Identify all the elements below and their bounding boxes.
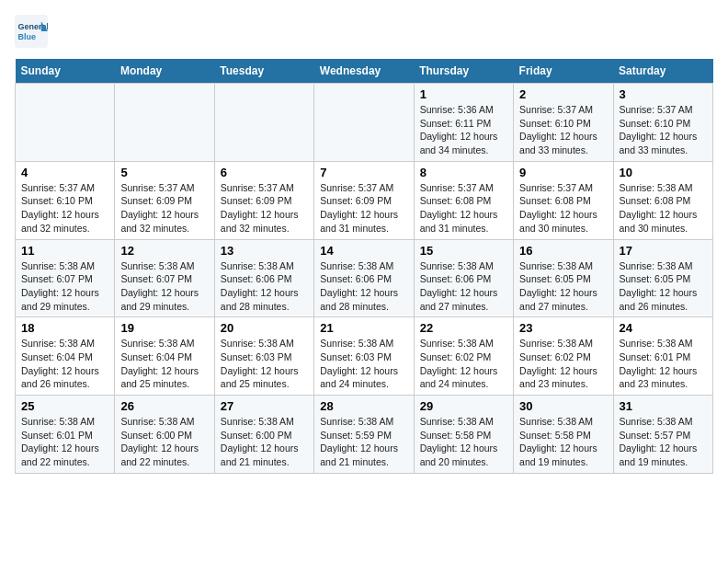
calendar-cell: 12Sunrise: 5:38 AMSunset: 6:07 PMDayligh… bbox=[115, 239, 214, 317]
day-info: Sunrise: 5:38 AMSunset: 6:07 PMDaylight:… bbox=[120, 259, 208, 314]
day-info: Sunrise: 5:37 AMSunset: 6:09 PMDaylight:… bbox=[120, 181, 208, 236]
calendar-cell: 26Sunrise: 5:38 AMSunset: 6:00 PMDayligh… bbox=[115, 396, 214, 474]
day-info: Sunrise: 5:38 AMSunset: 6:02 PMDaylight:… bbox=[519, 337, 607, 391]
day-info: Sunrise: 5:38 AMSunset: 6:01 PMDaylight:… bbox=[21, 415, 108, 469]
calendar-cell: 22Sunrise: 5:38 AMSunset: 6:02 PMDayligh… bbox=[414, 317, 513, 396]
day-number: 9 bbox=[519, 166, 607, 179]
day-number: 5 bbox=[120, 166, 208, 179]
day-info: Sunrise: 5:38 AMSunset: 6:05 PMDaylight:… bbox=[620, 259, 707, 314]
day-info: Sunrise: 5:38 AMSunset: 6:00 PMDaylight:… bbox=[221, 415, 308, 469]
calendar-cell: 9Sunrise: 5:37 AMSunset: 6:08 PMDaylight… bbox=[514, 161, 613, 239]
day-number: 1 bbox=[420, 87, 507, 101]
day-info: Sunrise: 5:38 AMSunset: 6:08 PMDaylight:… bbox=[620, 181, 707, 236]
day-info: Sunrise: 5:38 AMSunset: 6:00 PMDaylight:… bbox=[120, 415, 208, 469]
calendar-cell: 27Sunrise: 5:38 AMSunset: 6:00 PMDayligh… bbox=[214, 396, 313, 474]
weekday-header-sunday: Sunday bbox=[16, 59, 115, 84]
day-info: Sunrise: 5:38 AMSunset: 6:06 PMDaylight:… bbox=[420, 259, 507, 314]
day-number: 3 bbox=[620, 87, 707, 101]
day-number: 20 bbox=[221, 321, 308, 335]
calendar-cell: 31Sunrise: 5:38 AMSunset: 5:57 PMDayligh… bbox=[613, 396, 712, 474]
day-info: Sunrise: 5:38 AMSunset: 5:58 PMDaylight:… bbox=[519, 415, 607, 469]
calendar-cell: 5Sunrise: 5:37 AMSunset: 6:09 PMDaylight… bbox=[115, 161, 214, 239]
calendar-cell: 10Sunrise: 5:38 AMSunset: 6:08 PMDayligh… bbox=[613, 161, 712, 239]
day-number: 15 bbox=[420, 244, 507, 258]
day-info: Sunrise: 5:38 AMSunset: 5:58 PMDaylight:… bbox=[420, 415, 507, 469]
calendar-week-2: 4Sunrise: 5:37 AMSunset: 6:10 PMDaylight… bbox=[16, 161, 713, 239]
day-number: 2 bbox=[519, 87, 607, 101]
calendar-week-3: 11Sunrise: 5:38 AMSunset: 6:07 PMDayligh… bbox=[16, 239, 713, 317]
calendar-table: SundayMondayTuesdayWednesdayThursdayFrid… bbox=[15, 59, 713, 474]
day-info: Sunrise: 5:38 AMSunset: 6:04 PMDaylight:… bbox=[21, 337, 108, 391]
calendar-cell: 15Sunrise: 5:38 AMSunset: 6:06 PMDayligh… bbox=[414, 239, 513, 317]
weekday-header-wednesday: Wednesday bbox=[314, 59, 414, 84]
day-number: 19 bbox=[120, 321, 208, 335]
day-info: Sunrise: 5:38 AMSunset: 6:03 PMDaylight:… bbox=[320, 337, 407, 391]
day-info: Sunrise: 5:38 AMSunset: 6:07 PMDaylight:… bbox=[21, 259, 108, 314]
calendar-cell: 29Sunrise: 5:38 AMSunset: 5:58 PMDayligh… bbox=[414, 396, 513, 474]
day-number: 25 bbox=[21, 399, 108, 413]
day-number: 14 bbox=[320, 244, 407, 258]
calendar-cell: 1Sunrise: 5:36 AMSunset: 6:11 PMDaylight… bbox=[414, 84, 513, 162]
day-info: Sunrise: 5:36 AMSunset: 6:11 PMDaylight:… bbox=[420, 103, 507, 157]
day-number: 7 bbox=[320, 166, 407, 179]
calendar-cell: 7Sunrise: 5:37 AMSunset: 6:09 PMDaylight… bbox=[314, 161, 414, 239]
calendar-week-5: 25Sunrise: 5:38 AMSunset: 6:01 PMDayligh… bbox=[16, 396, 713, 474]
day-info: Sunrise: 5:37 AMSunset: 6:10 PMDaylight:… bbox=[21, 181, 108, 236]
day-number: 22 bbox=[420, 321, 507, 335]
weekday-header-tuesday: Tuesday bbox=[214, 59, 313, 84]
calendar-cell: 14Sunrise: 5:38 AMSunset: 6:06 PMDayligh… bbox=[314, 239, 414, 317]
logo-icon: General Blue bbox=[15, 15, 48, 48]
weekday-header-thursday: Thursday bbox=[414, 59, 513, 84]
day-info: Sunrise: 5:38 AMSunset: 6:01 PMDaylight:… bbox=[620, 337, 707, 391]
day-number: 23 bbox=[519, 321, 607, 335]
logo: General Blue bbox=[15, 15, 51, 48]
day-number: 21 bbox=[320, 321, 407, 335]
day-number: 26 bbox=[120, 399, 208, 413]
calendar-cell: 21Sunrise: 5:38 AMSunset: 6:03 PMDayligh… bbox=[314, 317, 414, 396]
day-number: 31 bbox=[620, 399, 707, 413]
calendar-cell: 18Sunrise: 5:38 AMSunset: 6:04 PMDayligh… bbox=[16, 317, 115, 396]
day-number: 30 bbox=[519, 399, 607, 413]
day-number: 17 bbox=[620, 244, 707, 258]
calendar-cell: 3Sunrise: 5:37 AMSunset: 6:10 PMDaylight… bbox=[613, 84, 712, 162]
calendar-cell: 11Sunrise: 5:38 AMSunset: 6:07 PMDayligh… bbox=[16, 239, 115, 317]
calendar-cell: 6Sunrise: 5:37 AMSunset: 6:09 PMDaylight… bbox=[214, 161, 313, 239]
calendar-cell bbox=[115, 84, 214, 162]
calendar-cell: 30Sunrise: 5:38 AMSunset: 5:58 PMDayligh… bbox=[514, 396, 613, 474]
day-number: 4 bbox=[21, 166, 108, 179]
calendar-cell: 4Sunrise: 5:37 AMSunset: 6:10 PMDaylight… bbox=[16, 161, 115, 239]
calendar-cell: 2Sunrise: 5:37 AMSunset: 6:10 PMDaylight… bbox=[514, 84, 613, 162]
calendar-cell: 25Sunrise: 5:38 AMSunset: 6:01 PMDayligh… bbox=[16, 396, 115, 474]
day-info: Sunrise: 5:38 AMSunset: 6:06 PMDaylight:… bbox=[221, 259, 308, 314]
day-info: Sunrise: 5:37 AMSunset: 6:09 PMDaylight:… bbox=[221, 181, 308, 236]
page-header: General Blue bbox=[15, 15, 713, 48]
calendar-cell: 19Sunrise: 5:38 AMSunset: 6:04 PMDayligh… bbox=[115, 317, 214, 396]
day-info: Sunrise: 5:38 AMSunset: 6:06 PMDaylight:… bbox=[320, 259, 407, 314]
calendar-cell: 8Sunrise: 5:37 AMSunset: 6:08 PMDaylight… bbox=[414, 161, 513, 239]
day-number: 8 bbox=[420, 166, 507, 179]
calendar-cell bbox=[314, 84, 414, 162]
day-info: Sunrise: 5:37 AMSunset: 6:08 PMDaylight:… bbox=[420, 181, 507, 236]
day-number: 12 bbox=[120, 244, 208, 258]
day-info: Sunrise: 5:38 AMSunset: 6:04 PMDaylight:… bbox=[120, 337, 208, 391]
calendar-cell bbox=[214, 84, 313, 162]
day-info: Sunrise: 5:37 AMSunset: 6:10 PMDaylight:… bbox=[519, 103, 607, 157]
day-number: 6 bbox=[221, 166, 308, 179]
day-info: Sunrise: 5:38 AMSunset: 6:03 PMDaylight:… bbox=[221, 337, 308, 391]
calendar-cell: 28Sunrise: 5:38 AMSunset: 5:59 PMDayligh… bbox=[314, 396, 414, 474]
calendar-week-4: 18Sunrise: 5:38 AMSunset: 6:04 PMDayligh… bbox=[16, 317, 713, 396]
day-info: Sunrise: 5:38 AMSunset: 5:57 PMDaylight:… bbox=[620, 415, 707, 469]
calendar-cell: 17Sunrise: 5:38 AMSunset: 6:05 PMDayligh… bbox=[613, 239, 712, 317]
calendar-cell: 20Sunrise: 5:38 AMSunset: 6:03 PMDayligh… bbox=[214, 317, 313, 396]
day-number: 29 bbox=[420, 399, 507, 413]
calendar-cell: 23Sunrise: 5:38 AMSunset: 6:02 PMDayligh… bbox=[514, 317, 613, 396]
weekday-header-friday: Friday bbox=[514, 59, 613, 84]
day-info: Sunrise: 5:38 AMSunset: 5:59 PMDaylight:… bbox=[320, 415, 407, 469]
day-number: 24 bbox=[620, 321, 707, 335]
calendar-cell: 16Sunrise: 5:38 AMSunset: 6:05 PMDayligh… bbox=[514, 239, 613, 317]
calendar-cell: 24Sunrise: 5:38 AMSunset: 6:01 PMDayligh… bbox=[613, 317, 712, 396]
day-info: Sunrise: 5:37 AMSunset: 6:08 PMDaylight:… bbox=[519, 181, 607, 236]
day-number: 11 bbox=[21, 244, 108, 258]
calendar-cell: 13Sunrise: 5:38 AMSunset: 6:06 PMDayligh… bbox=[214, 239, 313, 317]
calendar-week-1: 1Sunrise: 5:36 AMSunset: 6:11 PMDaylight… bbox=[16, 84, 713, 162]
